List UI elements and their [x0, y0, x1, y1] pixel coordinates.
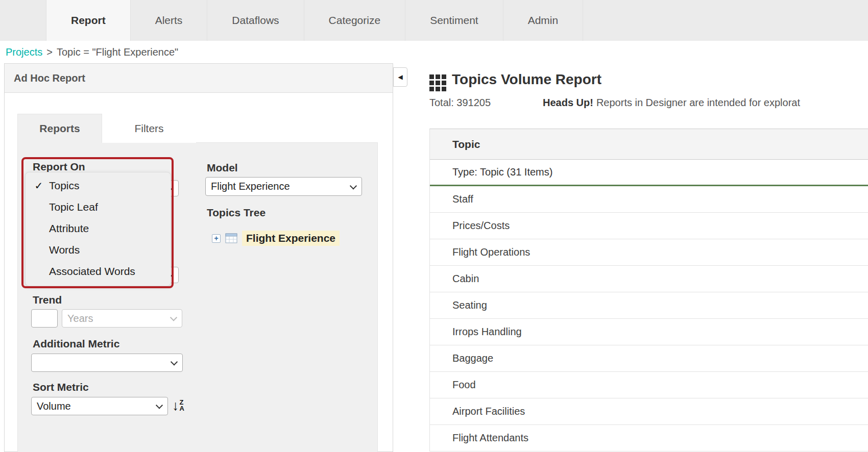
chevron-down-icon	[171, 358, 178, 365]
trend-period-select[interactable]: Years	[62, 309, 182, 328]
table-row[interactable]: Baggage	[430, 345, 868, 372]
trend-label: Trend	[33, 294, 62, 306]
sort-order-button[interactable]: ↓ Z A	[172, 395, 184, 416]
notice-heading: Heads Up!	[543, 97, 593, 108]
table-type-row: Type: Topic (31 Items)	[430, 160, 868, 186]
table-row[interactable]: Prices/Costs	[430, 213, 868, 239]
report-title: Topics Volume Report	[452, 71, 601, 88]
sort-letter-a: A	[180, 406, 184, 412]
report-on-option-label: Topics	[49, 180, 80, 192]
nav-tab[interactable]: Dataflows	[207, 0, 304, 41]
model-label: Model	[207, 162, 238, 174]
additional-metric-label: Additional Metric	[33, 338, 119, 350]
report-on-option[interactable]: Topic Leaf	[26, 196, 171, 218]
report-on-option[interactable]: Words	[26, 239, 171, 261]
nav-tab[interactable]: Admin	[503, 0, 584, 41]
model-node-icon	[225, 233, 237, 243]
chevron-down-icon	[350, 182, 357, 189]
report-on-option[interactable]: Topics	[26, 175, 171, 196]
chevron-down-icon	[170, 314, 177, 321]
breadcrumb: Projects > Topic = "Flight Experience"	[0, 41, 868, 63]
sort-metric-label: Sort Metric	[33, 381, 89, 393]
report-on-option-label: Attribute	[49, 222, 89, 235]
table-header-topic[interactable]: Topic	[430, 129, 868, 160]
report-total: Total: 391205	[429, 97, 543, 109]
sort-metric-select[interactable]: Volume	[31, 397, 168, 415]
report-on-label: Report On	[33, 161, 85, 173]
tab-reports[interactable]: Reports	[17, 114, 102, 143]
chevron-down-icon	[156, 401, 163, 409]
sort-metric-value: Volume	[37, 400, 71, 412]
table-row[interactable]: Airport Facilities	[430, 398, 868, 425]
tree-node-flight-experience[interactable]: Flight Experience	[242, 231, 340, 246]
nav-tab[interactable]: Alerts	[131, 0, 208, 41]
breadcrumb-current: Topic = "Flight Experience"	[57, 46, 178, 58]
checkmark-icon	[33, 180, 45, 192]
report-on-option[interactable]: Associated Words	[26, 261, 171, 282]
panel-title: Ad Hoc Report	[5, 64, 393, 93]
table-body: Staff Prices/Costs Flight Operations Cab…	[430, 186, 868, 451]
breadcrumb-separator: >	[46, 46, 53, 58]
nav-tab[interactable]: Categorize	[304, 0, 406, 41]
table-row[interactable]: Seating	[430, 292, 868, 319]
topics-tree-root-row: + Flight Experience	[212, 230, 340, 247]
table-row[interactable]: Staff	[430, 186, 868, 213]
table-row[interactable]: Flight Attendants	[430, 425, 868, 451]
additional-metric-select[interactable]	[31, 354, 183, 372]
table-row[interactable]: Irrops Handling	[430, 319, 868, 345]
tree-expand-icon[interactable]: +	[212, 234, 221, 243]
ad-hoc-report-panel: Ad Hoc Report Reports Filters Report On …	[4, 63, 393, 452]
report-on-dropdown-list: Topics Topic Leaf Attribute Words Associ…	[25, 172, 171, 286]
collapse-panel-button[interactable]: ◀	[393, 67, 407, 87]
report-summary-line: Total: 391205Heads Up!Reports in Designe…	[429, 97, 868, 111]
nav-tab[interactable]: Report	[46, 0, 131, 41]
sort-descending-icon: ↓	[172, 399, 179, 413]
topics-table: Topic Type: Topic (31 Items) Staff Price…	[429, 129, 868, 451]
model-select[interactable]: Flight Experience	[205, 177, 362, 196]
sort-za-icon: Z A	[180, 399, 184, 412]
report-on-option-label: Words	[49, 244, 80, 256]
table-row[interactable]: Flight Operations	[430, 239, 868, 266]
tab-filters[interactable]: Filters	[102, 114, 196, 143]
topics-tree-label: Topics Tree	[207, 207, 266, 219]
report-on-option-label: Associated Words	[49, 265, 135, 278]
breadcrumb-projects-link[interactable]: Projects	[6, 46, 42, 58]
table-row[interactable]: Cabin	[430, 266, 868, 292]
notice-text: Reports in Designer are intended for exp…	[596, 97, 800, 108]
model-select-value: Flight Experience	[211, 181, 290, 192]
report-on-option-label: Topic Leaf	[49, 201, 98, 213]
report-grid-icon	[429, 74, 446, 91]
table-row[interactable]: Food	[430, 372, 868, 398]
trend-period-value: Years	[67, 313, 93, 324]
nav-tab[interactable]: Sentiment	[405, 0, 503, 41]
report-on-option[interactable]: Attribute	[26, 218, 171, 239]
trend-count-input[interactable]	[31, 309, 58, 328]
top-navigation: Report Alerts Dataflows Categorize Senti…	[0, 0, 868, 41]
